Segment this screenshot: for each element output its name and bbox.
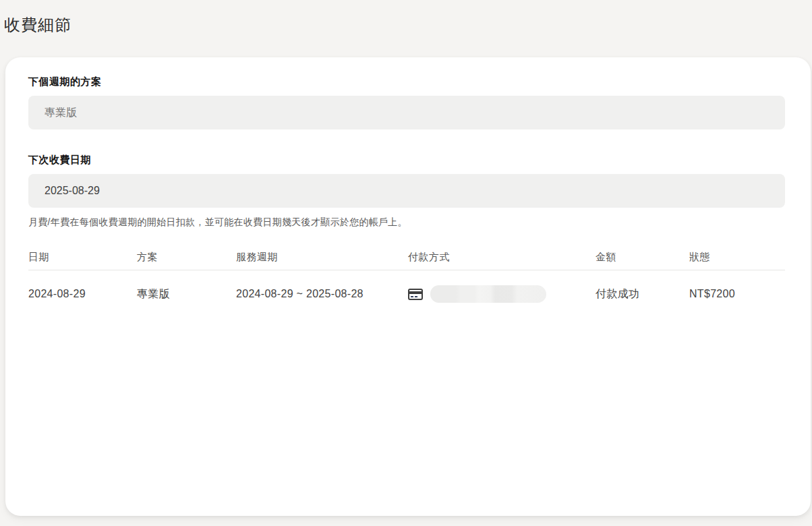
row-status-col: NT$7200	[689, 283, 785, 306]
credit-card-icon	[408, 289, 423, 300]
next-billing-date-label: 下次收費日期	[28, 154, 785, 167]
redacted-card-number	[430, 285, 546, 303]
row-plan: 專業版	[137, 282, 236, 308]
row-date: 2024-08-29	[28, 283, 137, 306]
billing-history-table: 日期 方案 服務週期 付款方式 金額 狀態 2024-08-29 專業版 202…	[28, 251, 785, 309]
billing-details-card: 下個週期的方案 下次收費日期 月費/年費在每個收費週期的開始日扣款，並可能在收費…	[5, 57, 811, 516]
header-service-period: 服務週期	[236, 251, 408, 264]
header-plan: 方案	[137, 251, 236, 264]
next-billing-date-field[interactable]	[28, 174, 785, 208]
header-status: 狀態	[689, 251, 785, 264]
next-plan-field[interactable]	[28, 96, 785, 129]
row-payment-method	[408, 280, 596, 309]
table-row: 2024-08-29 專業版 2024-08-29 ~ 2025-08-28 付…	[28, 270, 785, 309]
header-date: 日期	[28, 251, 137, 264]
table-header-row: 日期 方案 服務週期 付款方式 金額 狀態	[28, 251, 785, 270]
row-service-period: 2024-08-29 ~ 2025-08-28	[236, 283, 408, 306]
header-amount: 金額	[596, 251, 689, 264]
header-payment-method: 付款方式	[408, 251, 596, 264]
row-amount-col: 付款成功	[596, 282, 689, 308]
page-title: 收費細節	[0, 0, 812, 36]
billing-note: 月費/年費在每個收費週期的開始日扣款，並可能在收費日期幾天後才顯示於您的帳戶上。	[28, 216, 785, 229]
next-plan-label: 下個週期的方案	[28, 76, 785, 88]
